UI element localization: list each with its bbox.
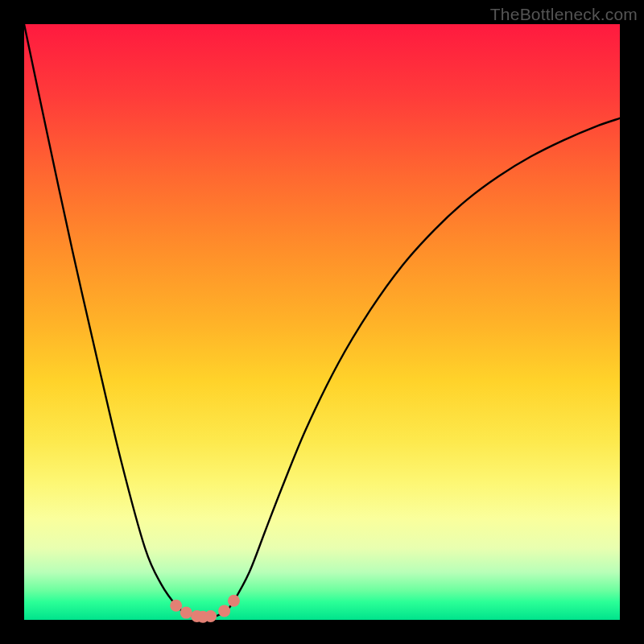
marker-dot [180, 607, 192, 619]
watermark-text: TheBottleneck.com [490, 5, 638, 24]
curve-layer [24, 24, 620, 620]
bottleneck-curve [24, 24, 620, 617]
marker-dot [228, 595, 240, 607]
marker-dot [170, 600, 182, 612]
marker-dot [204, 610, 217, 622]
marker-dot [218, 605, 230, 617]
plot-area [24, 24, 620, 620]
chart-frame: TheBottleneck.com [0, 0, 644, 644]
marker-group [170, 595, 240, 623]
